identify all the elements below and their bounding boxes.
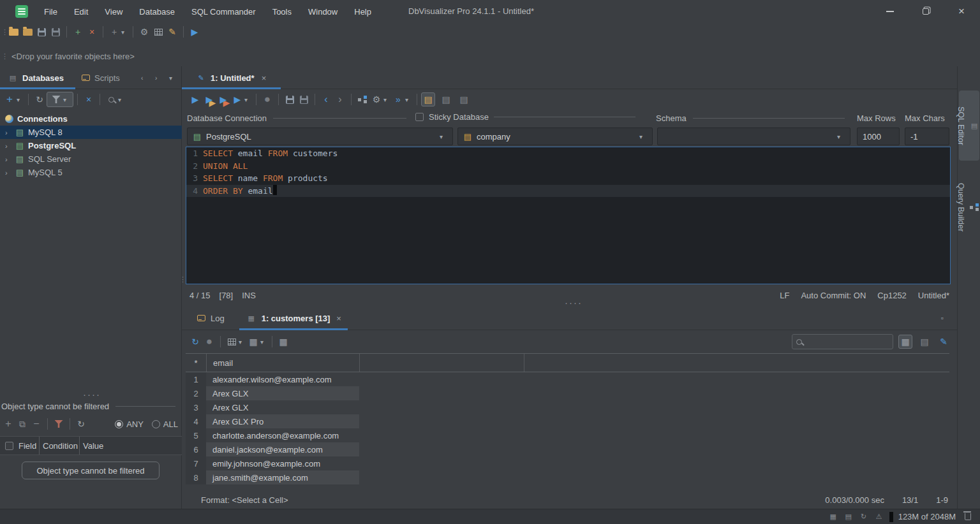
window-status-icon[interactable]: ▦: [828, 510, 838, 524]
grid-column-email[interactable]: email: [207, 358, 359, 368]
toolbar-grip[interactable]: ⋮: [1, 29, 6, 35]
open-bookmark-icon[interactable]: [20, 25, 34, 39]
sql-text-editor[interactable]: 1 SELECT email FROM customers 2 UNION AL…: [186, 147, 951, 284]
grid-row[interactable]: 2 Arex GLX: [186, 386, 949, 400]
max-chars-input[interactable]: -1: [905, 127, 949, 145]
expand-icon[interactable]: ›: [5, 156, 11, 163]
tab-untitled[interactable]: ✎ 1: Untitled* ×: [182, 71, 269, 85]
result-as-grid-icon[interactable]: ▤: [457, 92, 471, 106]
export-chevron-icon[interactable]: ▾: [239, 338, 246, 346]
database-combo[interactable]: ▤ company ▾: [457, 127, 653, 145]
grid-row[interactable]: 4 Arex GLX Pro: [186, 414, 949, 428]
execute-current-icon[interactable]: ▶: [202, 92, 216, 106]
grid-row[interactable]: 6 daniel.jackson@example.com: [186, 442, 949, 456]
cell-email[interactable]: Arex GLX: [206, 400, 359, 414]
format-sql-icon[interactable]: ⚙: [369, 92, 383, 106]
tab-databases[interactable]: ▤ Databases: [0, 71, 64, 85]
export-grid-icon[interactable]: [225, 335, 239, 349]
editor-save-icon[interactable]: [283, 92, 297, 106]
cell-email[interactable]: daniel.jackson@example.com: [206, 442, 359, 456]
radio-all[interactable]: [152, 420, 160, 428]
connection-combo[interactable]: ▤ PostgreSQL ▾: [187, 127, 453, 145]
rerun-icon[interactable]: ↻: [188, 335, 202, 349]
history-icon[interactable]: ✎: [165, 25, 179, 39]
refresh-tree-icon[interactable]: ↻: [33, 92, 47, 106]
menu-help[interactable]: Help: [346, 0, 380, 23]
cell-email[interactable]: Arex GLX: [206, 386, 359, 400]
tab-log[interactable]: Log: [182, 314, 225, 323]
tree-item-postgresql[interactable]: › ▤ PostgreSQL: [0, 139, 182, 152]
menu-sql-commander[interactable]: SQL Commander: [183, 0, 264, 23]
view-grid-toggle-icon[interactable]: ▦: [898, 335, 912, 349]
garbage-collect-icon[interactable]: [961, 510, 975, 524]
auto-commit[interactable]: Auto Commit: ON: [801, 291, 866, 300]
grid-row[interactable]: 5 charlotte.anderson@example.com: [186, 428, 949, 442]
execute-icon[interactable]: ▶: [188, 92, 202, 106]
expand-icon[interactable]: ›: [5, 142, 11, 150]
filter-refresh-icon[interactable]: ↻: [74, 417, 88, 431]
connections-status-icon[interactable]: ▤: [843, 510, 854, 524]
locate-object-icon[interactable]: [104, 92, 118, 106]
save-as-icon[interactable]: [48, 25, 63, 39]
save-icon[interactable]: [34, 25, 48, 39]
cell-email[interactable]: alexander.wilson@example.com: [206, 372, 359, 386]
format-chevron-icon[interactable]: ▾: [383, 96, 391, 103]
grid-options-chevron-icon[interactable]: ▾: [260, 338, 268, 346]
cell-email[interactable]: Arex GLX Pro: [206, 414, 359, 428]
max-rows-input[interactable]: 1000: [857, 127, 900, 145]
tree-item-mysql5[interactable]: › ▤ MySQL 5: [0, 166, 182, 179]
menu-view[interactable]: View: [96, 0, 131, 23]
execute-options-icon[interactable]: ▶: [230, 92, 244, 106]
driver-manager-icon[interactable]: ⚙: [137, 25, 151, 39]
tab-result-customers[interactable]: ▦ 1: customers [13] ×: [225, 311, 345, 325]
radio-any[interactable]: [115, 420, 123, 428]
continue-icon[interactable]: »: [391, 92, 405, 106]
continue-chevron-icon[interactable]: ▾: [405, 96, 413, 103]
filter-copy-icon[interactable]: ⧉: [15, 417, 29, 431]
sticky-checkbox[interactable]: [415, 113, 424, 121]
filter-select-checkbox[interactable]: [5, 442, 13, 450]
schema-combo[interactable]: ▾: [657, 127, 850, 145]
tree-item-sqlserver[interactable]: › ▤ SQL Server: [0, 152, 182, 166]
tab-result-close-icon[interactable]: ×: [336, 314, 344, 323]
pointer-add-icon[interactable]: ▶: [188, 25, 202, 39]
column-settings-icon[interactable]: ▦: [276, 335, 290, 349]
add-object-chevron-icon[interactable]: ▾: [121, 29, 129, 36]
tree-item-mysql8[interactable]: › ▤ MySQL 8: [0, 126, 182, 139]
line-ending[interactable]: LF: [780, 291, 789, 300]
filter-disabled-button[interactable]: Object type cannot be filtered: [22, 462, 160, 479]
close-icon[interactable]: ×: [954, 4, 969, 18]
open-file-icon[interactable]: [6, 25, 20, 39]
tabs-list-icon[interactable]: ▾: [169, 75, 177, 82]
create-chevron-icon[interactable]: ▾: [17, 96, 24, 103]
network-status-icon[interactable]: ↻: [859, 510, 869, 524]
menu-file[interactable]: File: [36, 0, 66, 23]
sql-editor-view-icon[interactable]: ▤: [421, 92, 435, 106]
vtab-sql-editor[interactable]: ▤ SQL Editor: [959, 91, 979, 161]
expand-icon[interactable]: ›: [5, 169, 11, 177]
tree-root-connections[interactable]: Connections: [0, 112, 182, 126]
disconnect-icon[interactable]: ×: [85, 25, 99, 39]
sidebar-splitter-handle[interactable]: ····: [83, 393, 101, 397]
create-connection-icon[interactable]: +: [3, 92, 17, 106]
grid-search[interactable]: [792, 334, 893, 349]
memory-indicator[interactable]: 123M of 2048M: [898, 512, 956, 521]
cell-email[interactable]: jane.smith@example.com: [206, 470, 359, 484]
result-as-text-icon[interactable]: ▤: [439, 92, 453, 106]
tab-scripts[interactable]: Scripts: [64, 73, 120, 83]
locate-chevron-icon[interactable]: ▾: [118, 96, 126, 103]
menu-tools[interactable]: Tools: [264, 0, 300, 23]
explain-plan-icon[interactable]: [355, 92, 369, 106]
panel-splitter-grip[interactable]: ⋮: [179, 277, 184, 282]
collapse-all-icon[interactable]: ×: [82, 92, 96, 106]
view-chart-toggle-icon[interactable]: ✎: [937, 335, 951, 349]
editor-save-as-icon[interactable]: [297, 92, 311, 106]
minimize-icon[interactable]: [883, 4, 897, 18]
expand-icon[interactable]: ›: [5, 129, 11, 136]
grid-options-icon[interactable]: ▦: [246, 335, 260, 349]
grid-corner-header[interactable]: *: [186, 358, 206, 368]
view-text-toggle-icon[interactable]: ▤: [917, 335, 932, 349]
cell-email[interactable]: charlotte.anderson@example.com: [206, 428, 359, 442]
filter-remove-icon[interactable]: −: [29, 417, 43, 431]
maximize-panel-icon[interactable]: ▫: [935, 311, 949, 325]
